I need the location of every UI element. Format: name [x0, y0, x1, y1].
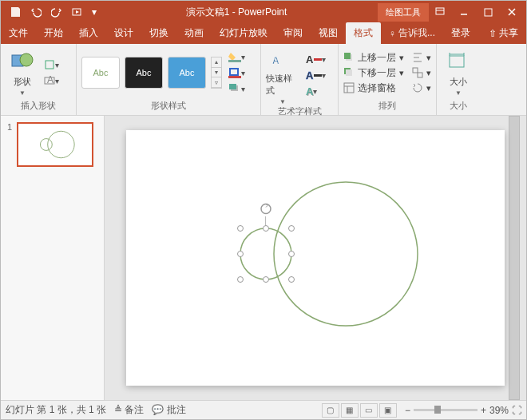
chevron-down-icon: ▼	[455, 89, 462, 97]
svg-rect-1	[436, 8, 444, 14]
tab-animation[interactable]: 动画	[176, 22, 212, 44]
svg-rect-10	[228, 76, 241, 78]
minimize-icon[interactable]	[453, 3, 475, 21]
notes-button[interactable]: ≜ 备注	[114, 403, 144, 417]
send-backward-button[interactable]: 下移一层 ▾	[343, 65, 404, 80]
text-box-button[interactable]: A▾	[44, 73, 71, 88]
chevron-down-icon: ▼	[19, 89, 26, 97]
slideshow-view-icon[interactable]: ▣	[379, 403, 397, 418]
size-button[interactable]: 大小 ▼	[442, 49, 475, 97]
resize-handle[interactable]	[237, 276, 244, 283]
zoom-out-icon[interactable]: −	[405, 405, 410, 416]
tab-home[interactable]: 开始	[36, 22, 71, 44]
resize-handle[interactable]	[288, 225, 295, 232]
document-title: 演示文稿1 - PowerPoint	[100, 6, 373, 19]
wordart-icon: A	[270, 46, 295, 71]
shape-effects-button[interactable]: ▾	[228, 81, 256, 96]
group-button[interactable]: ▾	[412, 65, 431, 80]
resize-handle[interactable]	[263, 276, 269, 283]
tab-tellme[interactable]: ♀告诉我...	[381, 22, 443, 44]
start-from-beginning-icon[interactable]	[68, 3, 87, 21]
resize-handle[interactable]	[237, 251, 244, 257]
svg-point-22	[48, 131, 74, 157]
reading-view-icon[interactable]: ▭	[360, 403, 378, 418]
svg-rect-19	[413, 68, 418, 73]
tab-transition[interactable]: 切换	[141, 22, 176, 44]
group-label: 插入形状	[6, 100, 71, 113]
style-swatch-3[interactable]: Abc	[168, 57, 206, 89]
resize-handle[interactable]	[288, 276, 295, 283]
zoom-control: − + 39% ⛶	[405, 405, 521, 416]
tab-insert[interactable]: 插入	[71, 22, 106, 44]
selection-pane-button[interactable]: 选择窗格	[343, 81, 404, 95]
zoom-in-icon[interactable]: +	[481, 405, 486, 416]
rotate-button[interactable]: ▾	[412, 81, 431, 95]
style-swatch-2[interactable]: Abc	[125, 57, 163, 89]
slide-thumbnail-1[interactable]	[17, 122, 93, 167]
tab-format[interactable]: 格式	[346, 22, 381, 44]
group-shape-styles: Abc Abc Abc ▴▾▿ ▾ ▾ ▾ 形状样式	[77, 44, 261, 115]
zoom-slider[interactable]	[414, 409, 477, 411]
comments-button[interactable]: 💬 批注	[152, 403, 185, 417]
tab-review[interactable]: 审阅	[275, 22, 311, 44]
resize-handle[interactable]	[237, 225, 244, 232]
save-icon[interactable]	[6, 3, 25, 21]
svg-rect-18	[344, 83, 354, 93]
tab-file[interactable]: 文件	[1, 22, 36, 44]
shape-fill-button[interactable]: ▾	[228, 50, 256, 64]
quick-styles-button[interactable]: A 快速样式 ▼	[266, 46, 299, 105]
shapes-icon	[10, 49, 35, 74]
window-controls	[429, 3, 526, 21]
sorter-view-icon[interactable]: ▦	[341, 403, 359, 418]
slide-canvas-area[interactable]	[105, 116, 526, 400]
shapes-button[interactable]: 形状 ▼	[6, 49, 39, 97]
group-label: 形状样式	[81, 100, 256, 113]
style-swatch-1[interactable]: Abc	[81, 57, 120, 89]
slide[interactable]	[126, 130, 505, 386]
rotate-handle[interactable]	[260, 203, 272, 218]
tab-view[interactable]: 视图	[311, 22, 346, 44]
svg-rect-9	[230, 69, 238, 75]
tab-slideshow[interactable]: 幻灯片放映	[212, 22, 275, 44]
redo-icon[interactable]	[47, 3, 66, 21]
title-bar: ▾ 演示文稿1 - PowerPoint 绘图工具	[1, 1, 526, 23]
fit-to-window-icon[interactable]: ⛶	[512, 405, 521, 416]
qa-customize-icon[interactable]: ▾	[89, 3, 100, 21]
tab-signin[interactable]: 登录	[443, 22, 478, 44]
text-effects-button[interactable]: A▾	[306, 85, 333, 99]
zoom-level[interactable]: 39%	[489, 405, 509, 416]
gallery-scroll[interactable]: ▴▾▿	[211, 57, 222, 89]
ribbon-options-icon[interactable]	[429, 3, 451, 21]
text-fill-button[interactable]: A▾	[306, 53, 333, 67]
undo-icon[interactable]	[26, 3, 46, 21]
svg-rect-15	[344, 53, 351, 59]
svg-rect-17	[346, 69, 352, 76]
resize-handle[interactable]	[288, 251, 295, 257]
tab-design[interactable]: 设计	[106, 22, 141, 44]
thumbnail-number: 1	[7, 122, 12, 167]
group-arrange: 上移一层 ▾ 下移一层 ▾ 选择窗格 ▾ ▾ ▾ 排列	[339, 44, 437, 115]
resize-handle[interactable]	[263, 225, 269, 232]
small-circle-shape	[240, 228, 291, 279]
lightbulb-icon: ♀	[389, 28, 396, 39]
svg-rect-20	[418, 73, 422, 77]
bring-forward-button[interactable]: 上移一层 ▾	[343, 50, 404, 65]
workspace: 1	[1, 116, 526, 400]
quick-access-toolbar: ▾	[1, 3, 100, 21]
chevron-down-icon: ▾	[212, 68, 221, 78]
maximize-icon[interactable]	[477, 3, 499, 21]
group-label: 排列	[343, 100, 431, 113]
group-insert-shape: 形状 ▼ ▾ A▾ 插入形状	[1, 44, 77, 115]
group-size: 大小 ▼ 大小	[437, 44, 480, 115]
text-outline-button[interactable]: A▾	[306, 69, 333, 83]
gallery-more-icon: ▿	[212, 77, 221, 88]
close-icon[interactable]	[501, 3, 523, 21]
edit-shape-button[interactable]: ▾	[44, 57, 71, 72]
shape-outline-button[interactable]: ▾	[228, 65, 256, 80]
contextual-tab-label: 绘图工具	[378, 3, 429, 22]
align-button[interactable]: ▾	[412, 50, 431, 65]
normal-view-icon[interactable]: ▢	[322, 403, 339, 418]
slide-thumbnail-panel: 1	[1, 116, 105, 400]
svg-point-23	[41, 139, 53, 151]
tab-share[interactable]: ⇧共享	[481, 22, 526, 44]
